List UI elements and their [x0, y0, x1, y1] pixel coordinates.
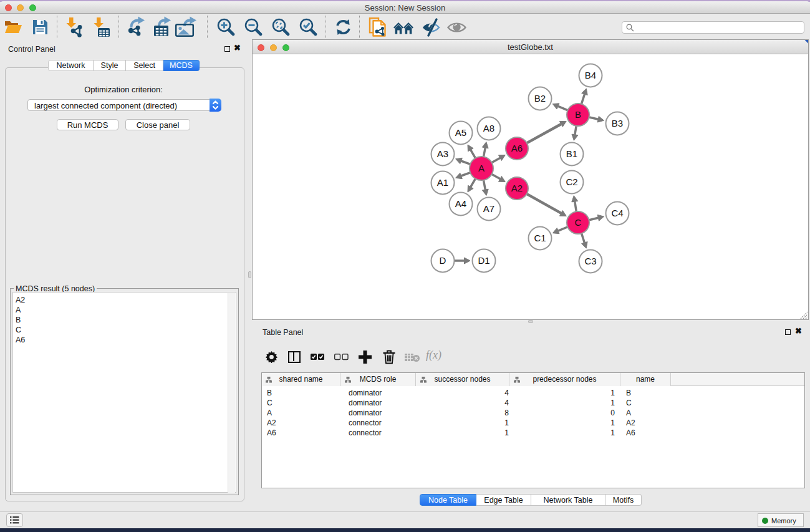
svg-text:B2: B2 — [534, 93, 546, 104]
svg-text:C: C — [575, 217, 582, 228]
svg-text:B: B — [575, 109, 581, 120]
svg-text:A3: A3 — [437, 148, 448, 159]
svg-text:D1: D1 — [478, 255, 489, 266]
svg-text:A4: A4 — [455, 198, 466, 209]
svg-text:A2: A2 — [511, 183, 523, 193]
svg-text:A7: A7 — [483, 203, 494, 214]
svg-text:B1: B1 — [566, 148, 577, 159]
svg-text:C2: C2 — [566, 177, 577, 187]
svg-text:B4: B4 — [585, 70, 596, 80]
svg-text:A8: A8 — [483, 123, 494, 133]
svg-text:B3: B3 — [612, 118, 623, 128]
svg-text:C1: C1 — [534, 233, 546, 243]
svg-text:C3: C3 — [584, 256, 596, 266]
svg-text:A1: A1 — [437, 177, 448, 188]
svg-text:C4: C4 — [611, 208, 623, 218]
svg-text:A6: A6 — [511, 143, 523, 153]
svg-text:A5: A5 — [455, 127, 466, 138]
svg-text:D: D — [440, 255, 446, 266]
svg-text:A: A — [478, 163, 485, 173]
